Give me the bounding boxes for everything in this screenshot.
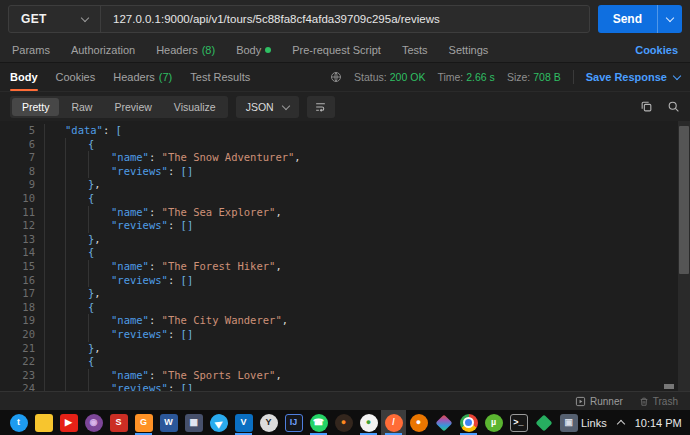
code-line: 24"reviews": [] bbox=[0, 382, 690, 391]
links-toolbar[interactable]: Links bbox=[581, 417, 607, 429]
view-mode-preview[interactable]: Preview bbox=[104, 98, 161, 116]
code-token: "reviews" bbox=[111, 219, 168, 233]
code-token: , bbox=[275, 260, 281, 274]
cashew-icon[interactable] bbox=[531, 410, 556, 435]
calculator-icon[interactable]: ▦ bbox=[181, 410, 206, 435]
request-tab-headers[interactable]: Headers(8) bbox=[156, 44, 215, 56]
show-hidden-icons-chevron[interactable] bbox=[616, 420, 624, 428]
method-label: GET bbox=[21, 12, 47, 26]
youtube-icon[interactable]: ▶ bbox=[56, 410, 81, 435]
response-tab-headers[interactable]: Headers(7) bbox=[113, 63, 172, 91]
goland-icon[interactable]: G bbox=[131, 410, 156, 435]
view-mode-raw[interactable]: Raw bbox=[61, 98, 102, 116]
code-line: 16"reviews": [] bbox=[0, 274, 690, 288]
request-tab-label: Tests bbox=[402, 44, 428, 56]
response-tab-cookies[interactable]: Cookies bbox=[56, 63, 96, 91]
body-set-dot bbox=[265, 47, 271, 53]
copy-button[interactable] bbox=[640, 100, 653, 113]
mongodb-compass-icon[interactable]: ● bbox=[356, 410, 381, 435]
indent-guide bbox=[65, 260, 88, 274]
smartwatch-icon[interactable]: Y bbox=[256, 410, 281, 435]
code-token: : bbox=[168, 328, 181, 342]
save-response-button[interactable]: Save Response bbox=[586, 71, 680, 83]
method-dropdown[interactable]: GET bbox=[9, 6, 101, 32]
cmd-icon[interactable]: >_ bbox=[506, 410, 531, 435]
view-mode-pretty[interactable]: Pretty bbox=[12, 98, 59, 116]
sketchup-icon-glyph: S bbox=[110, 414, 128, 432]
blender-icon-glyph: ● bbox=[410, 414, 428, 432]
code-line: 5"data": [ bbox=[0, 124, 690, 138]
utorrent-icon-glyph: µ bbox=[485, 414, 503, 432]
request-tab-settings[interactable]: Settings bbox=[449, 44, 489, 56]
chrome-icon[interactable] bbox=[456, 410, 481, 435]
code-token: "reviews" bbox=[111, 328, 168, 342]
blender-icon[interactable]: ● bbox=[406, 410, 431, 435]
response-tab-body[interactable]: Body bbox=[10, 63, 38, 91]
word-icon[interactable]: W bbox=[156, 410, 181, 435]
fl-studio-icon[interactable]: ● bbox=[331, 410, 356, 435]
horizontal-scrollbar-thumb[interactable] bbox=[664, 384, 674, 389]
indent-guide bbox=[65, 165, 88, 179]
taskbar-icons: t▶◉SGW▦▶VYIJ☎●●/●µ>_▣ bbox=[6, 410, 581, 435]
request-tab-body[interactable]: Body bbox=[236, 44, 271, 56]
send-button[interactable]: Send bbox=[598, 5, 682, 33]
indent-guide bbox=[65, 382, 88, 391]
vertical-scrollbar[interactable] bbox=[678, 121, 690, 391]
code-token: "name" bbox=[111, 369, 149, 383]
code-token: "name" bbox=[111, 260, 149, 274]
code-line: 19"name": "The City Wanderer", bbox=[0, 314, 690, 328]
indent-guide bbox=[65, 192, 88, 206]
request-tab-params[interactable]: Params bbox=[12, 44, 50, 56]
url-input[interactable] bbox=[101, 13, 589, 25]
diamond-app-icon[interactable] bbox=[431, 410, 456, 435]
code-token: "reviews" bbox=[111, 382, 168, 391]
runner-button[interactable]: Runner bbox=[575, 396, 623, 407]
copy-icon bbox=[640, 100, 653, 113]
utorrent-icon[interactable]: µ bbox=[481, 410, 506, 435]
indent-guide bbox=[88, 206, 111, 220]
request-tab-authorization[interactable]: Authorization bbox=[71, 44, 135, 56]
code-line: 23"name": "The Sports Lover", bbox=[0, 369, 690, 383]
telegram-icon-glyph: ▶ bbox=[206, 410, 231, 435]
postman-icon[interactable]: / bbox=[381, 410, 406, 435]
headers-count-badge: (7) bbox=[159, 71, 172, 83]
request-tab-label: Pre-request Script bbox=[292, 44, 381, 56]
tor-browser-icon-glyph: ◉ bbox=[85, 414, 103, 432]
scrollbar-thumb[interactable] bbox=[679, 126, 689, 274]
format-dropdown[interactable]: JSON bbox=[236, 96, 299, 118]
line-number: 13 bbox=[0, 233, 45, 247]
code-token: { bbox=[88, 301, 94, 315]
cookies-link[interactable]: Cookies bbox=[635, 44, 678, 56]
code-token: "The Sea Explorer" bbox=[162, 206, 276, 220]
code-token: "reviews" bbox=[111, 274, 168, 288]
search-button[interactable] bbox=[667, 100, 680, 113]
runner-icon bbox=[575, 396, 586, 407]
line-number: 16 bbox=[0, 274, 45, 288]
indent-guide bbox=[88, 328, 111, 342]
whatsapp-icon[interactable]: ☎ bbox=[306, 410, 331, 435]
tor-browser-icon[interactable]: ◉ bbox=[81, 410, 106, 435]
toolbar-right bbox=[640, 100, 680, 113]
code-token: "reviews" bbox=[111, 165, 168, 179]
trash-button[interactable]: Trash bbox=[639, 396, 678, 407]
line-number: 12 bbox=[0, 219, 45, 233]
status-indicator: Status: 200 OK bbox=[354, 71, 425, 83]
photos-icon[interactable]: ▣ bbox=[556, 410, 581, 435]
request-tab-tests[interactable]: Tests bbox=[402, 44, 428, 56]
sketchup-icon[interactable]: S bbox=[106, 410, 131, 435]
intellij-icon[interactable]: IJ bbox=[281, 410, 306, 435]
view-mode-visualize[interactable]: Visualize bbox=[164, 98, 226, 116]
chevron-down-icon bbox=[81, 14, 89, 22]
code-line: 10{ bbox=[0, 192, 690, 206]
sticky-notes-icon[interactable] bbox=[31, 410, 56, 435]
telegram-icon[interactable]: ▶ bbox=[206, 410, 231, 435]
wrap-text-button[interactable] bbox=[307, 96, 335, 118]
twitter-icon[interactable]: t bbox=[6, 410, 31, 435]
request-tab-pre-request-script[interactable]: Pre-request Script bbox=[292, 44, 381, 56]
code-lines: 5"data": [6{7"name": "The Snow Adventure… bbox=[0, 121, 690, 391]
response-tab-test-results[interactable]: Test Results bbox=[190, 63, 250, 91]
vscode-icon[interactable]: V bbox=[231, 410, 256, 435]
mongodb-compass-icon-glyph: ● bbox=[360, 414, 378, 432]
response-tab-label: Headers bbox=[113, 71, 155, 83]
send-options-button[interactable] bbox=[658, 17, 682, 21]
